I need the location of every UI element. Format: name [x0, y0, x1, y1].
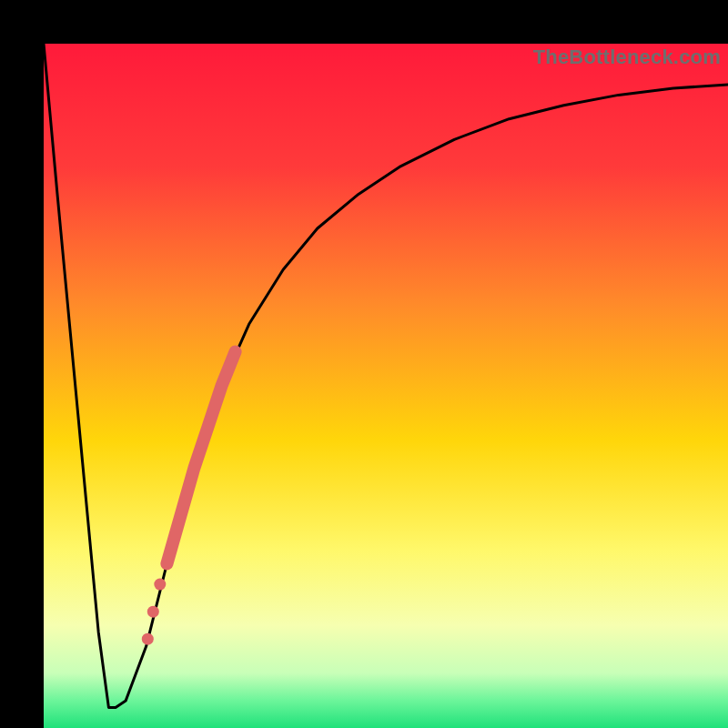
chart-frame: TheBottleneck.com	[0, 0, 728, 728]
watermark-text: TheBottleneck.com	[533, 46, 721, 69]
highlight-dot	[142, 633, 154, 645]
bottleneck-curve	[44, 44, 728, 707]
highlight-dot	[154, 579, 166, 591]
highlight-dot	[147, 606, 159, 618]
highlight-dots	[142, 579, 167, 645]
highlight-segment	[167, 351, 235, 563]
curve-layer	[44, 44, 728, 728]
plot-area: TheBottleneck.com	[44, 44, 728, 728]
